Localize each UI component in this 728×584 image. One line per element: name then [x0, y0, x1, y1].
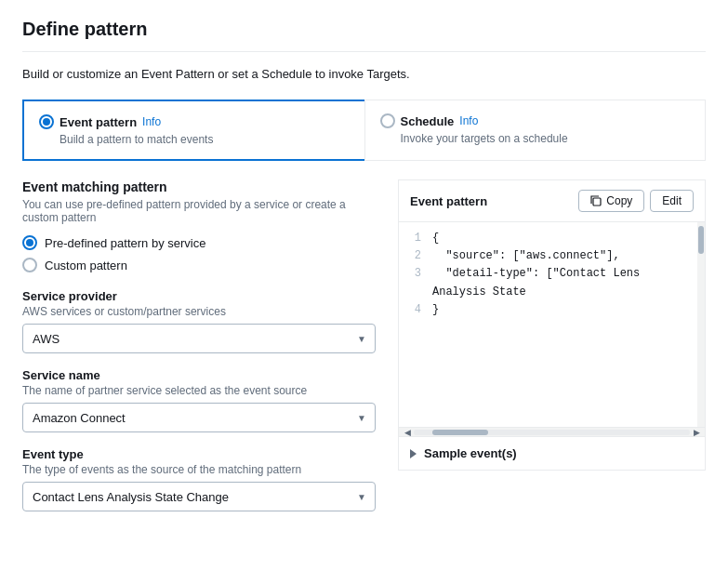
- schedule-desc: Invoke your targets on a schedule: [401, 132, 691, 145]
- code-line-4: 4 }: [406, 301, 697, 319]
- schedule-radio[interactable]: [380, 113, 395, 128]
- service-provider-desc: AWS services or custom/partner services: [22, 305, 376, 318]
- service-provider-label: Service provider: [22, 289, 376, 303]
- subtitle: Build or customize an Event Pattern or s…: [22, 67, 706, 81]
- event-matching-title: Event matching pattern: [22, 179, 376, 194]
- schedule-info-link[interactable]: Info: [459, 114, 478, 127]
- service-name-select[interactable]: Amazon Connect Amazon EC2 Amazon S3: [22, 403, 376, 432]
- predefined-pattern-option[interactable]: Pre-defined pattern by service: [22, 235, 376, 250]
- event-type-select[interactable]: Contact Lens Analysis State Change All E…: [22, 482, 376, 511]
- code-container: 1 { 2 "source": ["aws.connect"], 3 "deta…: [399, 222, 705, 427]
- line-num-2: 2: [406, 247, 421, 265]
- event-type-label: Event type: [22, 447, 376, 461]
- scroll-left-icon[interactable]: ◀: [401, 426, 414, 439]
- line-num-1: 1: [406, 230, 421, 247]
- code-line-2: 2 "source": ["aws.connect"],: [406, 247, 697, 265]
- svg-rect-0: [593, 198, 601, 206]
- sample-events-row[interactable]: Sample event(s): [399, 436, 705, 470]
- right-panel: Event pattern Copy Edit: [398, 179, 706, 526]
- edit-button[interactable]: Edit: [650, 190, 694, 212]
- custom-radio[interactable]: [22, 258, 37, 272]
- event-type-desc: The type of events as the source of the …: [22, 463, 376, 476]
- code-text-2: "source": ["aws.connect"],: [432, 247, 620, 265]
- service-provider-wrapper: AWS Custom/Partner ▼: [22, 324, 376, 353]
- copy-button[interactable]: Copy: [578, 190, 644, 212]
- chevron-right-icon: [410, 449, 417, 458]
- service-name-desc: The name of partner service selected as …: [22, 384, 376, 397]
- event-pattern-info-link[interactable]: Info: [142, 115, 161, 128]
- scroll-track[interactable]: [414, 430, 690, 435]
- code-text-3: "detail-type": ["Contact Lens Analysis S…: [432, 265, 697, 300]
- event-matching-desc: You can use pre-defined pattern provided…: [22, 198, 376, 224]
- event-pattern-option[interactable]: Event pattern Info Build a pattern to ma…: [22, 100, 364, 161]
- predefined-radio[interactable]: [22, 235, 37, 250]
- schedule-label: Schedule: [401, 114, 455, 128]
- radio-options-row: Event pattern Info Build a pattern to ma…: [22, 100, 706, 161]
- scroll-thumb[interactable]: [432, 430, 488, 435]
- code-text-4: }: [432, 301, 439, 319]
- custom-pattern-option[interactable]: Custom pattern: [22, 258, 376, 272]
- service-provider-select[interactable]: AWS Custom/Partner: [22, 324, 376, 353]
- line-num-4: 4: [406, 301, 421, 319]
- sample-events-label: Sample event(s): [424, 446, 517, 460]
- scroll-right-icon[interactable]: ▶: [690, 426, 703, 439]
- service-name-field: Service name The name of partner service…: [22, 368, 376, 432]
- service-name-label: Service name: [22, 368, 376, 382]
- event-pattern-label: Event pattern: [60, 115, 137, 129]
- service-name-wrapper: Amazon Connect Amazon EC2 Amazon S3 ▼: [22, 403, 376, 432]
- horizontal-scroll-area[interactable]: ◀ ▶: [399, 427, 705, 436]
- btn-group: Copy Edit: [578, 190, 694, 212]
- predefined-label: Pre-defined pattern by service: [45, 236, 205, 250]
- code-line-3: 3 "detail-type": ["Contact Lens Analysis…: [406, 265, 697, 300]
- main-layout: Event matching pattern You can use pre-d…: [22, 179, 706, 526]
- copy-icon: [590, 195, 602, 206]
- page-container: Define pattern Build or customize an Eve…: [0, 0, 728, 584]
- event-type-wrapper: Contact Lens Analysis State Change All E…: [22, 482, 376, 511]
- event-pattern-radio[interactable]: [39, 114, 54, 129]
- event-pattern-panel-title: Event pattern: [410, 194, 487, 208]
- pattern-options: Pre-defined pattern by service Custom pa…: [22, 235, 376, 272]
- service-provider-field: Service provider AWS services or custom/…: [22, 289, 376, 353]
- vertical-scrollbar[interactable]: [697, 222, 705, 427]
- event-pattern-panel: Event pattern Copy Edit: [398, 179, 706, 471]
- event-type-field: Event type The type of events as the sou…: [22, 447, 376, 511]
- schedule-option[interactable]: Schedule Info Invoke your targets on a s…: [364, 100, 707, 161]
- custom-label: Custom pattern: [45, 259, 127, 272]
- event-pattern-desc: Build a pattern to match events: [60, 133, 350, 146]
- code-line-1: 1 {: [406, 230, 697, 247]
- code-area: 1 { 2 "source": ["aws.connect"], 3 "deta…: [399, 222, 705, 427]
- event-matching-section: Event matching pattern You can use pre-d…: [22, 179, 376, 272]
- vertical-scroll-thumb[interactable]: [698, 226, 704, 254]
- code-text-1: {: [432, 230, 439, 247]
- left-panel: Event matching pattern You can use pre-d…: [22, 179, 376, 526]
- page-title: Define pattern: [22, 19, 706, 52]
- line-num-3: 3: [406, 265, 421, 300]
- event-pattern-header: Event pattern Copy Edit: [399, 180, 705, 222]
